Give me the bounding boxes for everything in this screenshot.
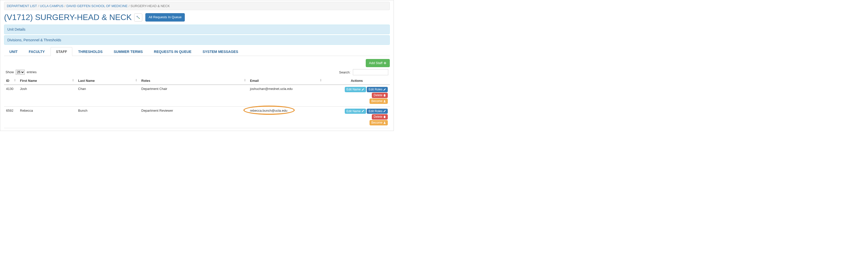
col-roles[interactable]: Roles ▲▼ (139, 77, 248, 85)
add-staff-button-label: Add Staff (369, 61, 382, 65)
pencil-icon (362, 110, 364, 112)
delete-button[interactable]: Delete (372, 114, 388, 119)
breadcrumb-link[interactable]: DAVID GEFFEN SCHOOL OF MEDICINE (66, 4, 128, 8)
breadcrumb-separator: / (64, 4, 65, 8)
sort-icon: ▲▼ (14, 79, 16, 82)
trash-icon (383, 94, 386, 97)
cell-roles: Department Chair (139, 85, 248, 106)
cell-id: 4130 (4, 85, 18, 106)
sort-icon: ▲▼ (135, 79, 137, 82)
divisions-link[interactable]: Divisions, Personnel & Thresholds (7, 38, 61, 42)
trash-icon (383, 115, 386, 118)
search-input[interactable] (353, 69, 388, 75)
table-row: 6592RebeccaBunchDepartment Reviewerrebec… (4, 106, 390, 128)
tab-thresholds[interactable]: THRESHOLDS (73, 47, 108, 56)
breadcrumb-separator: / (129, 4, 130, 8)
col-id-label: ID (6, 79, 9, 83)
unit-details-link[interactable]: Unit Details (7, 27, 26, 31)
cell-first-name: Josh (18, 85, 76, 106)
unit-details-panel[interactable]: Unit Details (4, 25, 390, 34)
plus-icon (383, 61, 386, 64)
entries-select[interactable]: 25 (16, 70, 25, 75)
tab-system-messages[interactable]: SYSTEM MESSAGES (197, 47, 243, 56)
col-first-name-label: First Name (20, 79, 37, 83)
table-row: 4130JoshChanDepartment Chairjoshuchan@me… (4, 85, 390, 106)
user-icon (383, 121, 386, 124)
col-actions: Actions (324, 77, 390, 85)
col-last-name[interactable]: Last Name ▲▼ (76, 77, 139, 85)
become-button[interactable]: Become (370, 99, 388, 104)
sort-icon: ▲▼ (72, 79, 74, 82)
svg-point-3 (384, 100, 385, 101)
col-email-label: Email (250, 79, 259, 83)
edit-roles-button[interactable]: Edit Roles (367, 87, 388, 92)
sort-icon: ▲▼ (244, 79, 246, 82)
breadcrumb-separator: / (38, 4, 39, 8)
tabs-bar: UNITFACULTYSTAFFTHRESHOLDSSUMMER TERMSRE… (4, 47, 390, 56)
col-first-name[interactable]: First Name ▲▼ (18, 77, 76, 85)
pencil-icon (362, 88, 364, 91)
edit-name-button[interactable]: Edit Name (345, 109, 366, 114)
svg-point-4 (384, 122, 385, 123)
breadcrumb-link[interactable]: DEPARTMENT LIST (7, 4, 37, 8)
divisions-panel[interactable]: Divisions, Personnel & Thresholds (4, 35, 390, 45)
cell-email: joshuchan@mednet.ucla.edu (248, 85, 324, 106)
cell-actions: Edit Name Edit Roles Delete Become (324, 106, 390, 128)
org-chart-icon (136, 16, 140, 20)
add-staff-button[interactable]: Add Staff (366, 59, 390, 67)
entries-label: entries (27, 70, 37, 74)
breadcrumb-current: SURGERY-HEAD & NECK (130, 4, 169, 8)
user-icon (383, 100, 386, 103)
cell-first-name: Rebecca (18, 106, 76, 128)
tab-faculty[interactable]: FACULTY (24, 47, 50, 56)
pencil-icon (383, 88, 386, 91)
staff-tab-content: Add Staff Show 25 entries Search: (4, 56, 390, 128)
cell-last-name: Chan (76, 85, 139, 106)
cell-actions: Edit Name Edit Roles Delete Become (324, 85, 390, 106)
edit-roles-button[interactable]: Edit Roles (367, 109, 388, 114)
delete-button[interactable]: Delete (372, 93, 388, 98)
tab-summer-terms[interactable]: SUMMER TERMS (108, 47, 148, 56)
col-actions-label: Actions (351, 79, 363, 83)
col-id[interactable]: ID ▲▼ (4, 77, 18, 85)
cell-id: 6592 (4, 106, 18, 128)
become-button[interactable]: Become (370, 120, 388, 125)
tab-unit[interactable]: UNIT (4, 47, 23, 56)
org-chart-icon-button[interactable] (134, 14, 142, 22)
entries-length-menu: Show 25 entries (6, 70, 37, 75)
email-text: joshuchan@mednet.ucla.edu (250, 87, 293, 91)
sort-icon: ▲▼ (320, 79, 322, 82)
cell-email: rebecca.bunch@ucla.edu (248, 106, 324, 128)
pencil-icon (383, 110, 386, 112)
tab-requests-in-queue[interactable]: REQUESTS IN QUEUE (149, 47, 197, 56)
col-last-name-label: Last Name (78, 79, 95, 83)
svg-rect-0 (137, 16, 137, 17)
all-requests-in-queue-button[interactable]: All Requests In Queue (145, 13, 185, 21)
email-text: rebecca.bunch@ucla.edu (250, 109, 287, 112)
staff-table: ID ▲▼ First Name ▲▼ Last Name ▲▼ Roles ▲… (4, 77, 390, 128)
breadcrumb-link[interactable]: UCLA CAMPUS (40, 4, 63, 8)
page-title: (V1712) SURGERY-HEAD & NECK (4, 13, 132, 22)
search-label: Search: (339, 71, 350, 74)
col-roles-label: Roles (141, 79, 150, 83)
col-email[interactable]: Email ▲▼ (248, 77, 324, 85)
cell-roles: Department Reviewer (139, 106, 248, 128)
show-label: Show (6, 70, 14, 74)
edit-name-button[interactable]: Edit Name (345, 87, 366, 92)
cell-last-name: Bunch (76, 106, 139, 128)
breadcrumb: DEPARTMENT LIST/UCLA CAMPUS/DAVID GEFFEN… (4, 2, 390, 10)
tab-staff[interactable]: STAFF (51, 47, 72, 56)
